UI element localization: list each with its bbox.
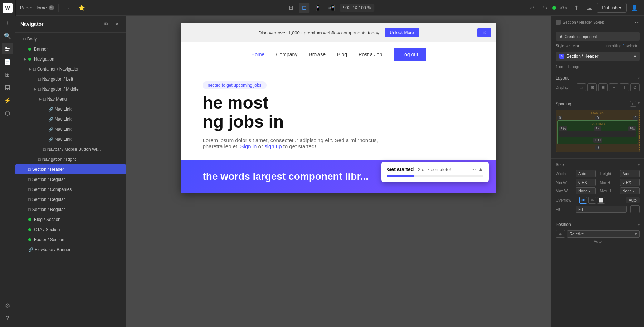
overflow-hidden-icon[interactable]: ✏	[588, 197, 596, 204]
fit-more-icon[interactable]: ⋯	[630, 205, 640, 213]
redo-btn[interactable]: ↪	[540, 3, 550, 13]
expand-arrow-navbar-mobile[interactable]	[38, 147, 43, 152]
tree-item-blog-section[interactable]: Blog / Section	[15, 215, 126, 225]
export-btn[interactable]: ⬆	[571, 3, 582, 13]
nav-logout-btn[interactable]: Log out	[394, 48, 426, 61]
display-inline-icon[interactable]: ╌	[609, 83, 618, 91]
tablet-view-btn[interactable]: 📱	[312, 3, 323, 13]
nav-link-home[interactable]: Home	[251, 52, 264, 57]
expand-arrow-nav-menu[interactable]: ▶	[38, 97, 43, 101]
expand-arrow-blog-section[interactable]	[23, 217, 28, 222]
display-none-icon[interactable]: ∅	[630, 83, 640, 91]
toast-close-btn[interactable]: ▲	[478, 167, 483, 172]
toolbar-settings-icon[interactable]: ⚙	[2, 300, 13, 311]
sign-up-link[interactable]: sign up	[264, 143, 282, 149]
tree-item-navigation[interactable]: ▶Navigation	[15, 54, 126, 64]
expand-arrow-nav-link-4[interactable]	[43, 137, 48, 141]
expand-arrow-cta-section[interactable]	[23, 227, 28, 232]
max-w-dropdown[interactable]: None -	[576, 187, 596, 194]
fit-dropdown[interactable]: Fill -	[576, 206, 627, 213]
padding-right-val[interactable]: 5%	[628, 126, 636, 131]
expand-arrow-navigation-right[interactable]	[33, 157, 38, 162]
page-dot[interactable]: ✎	[49, 5, 54, 10]
tree-item-section-regular-3[interactable]: □Section / Regular	[15, 205, 126, 215]
nav-link-company[interactable]: Company	[276, 52, 297, 57]
tree-item-nav-link-1[interactable]: 🔗Nav Link	[15, 104, 126, 114]
tree-item-container-navigation[interactable]: ▶□Container / Navigation	[15, 64, 126, 74]
margin-top-val[interactable]: 0	[595, 116, 600, 120]
tree-item-section-companies[interactable]: □Section / Companies	[15, 184, 126, 194]
spacing-icon-1[interactable]: ⊡	[630, 101, 636, 107]
navigator-duplicate-icon[interactable]: ⧉	[102, 20, 110, 28]
margin-bottom-val[interactable]: 0	[595, 145, 600, 150]
layout-section-title[interactable]: Layout ▾	[556, 76, 640, 81]
toolbar-pages-icon[interactable]: 📄	[2, 56, 13, 67]
expand-arrow-navigation-left[interactable]	[33, 77, 38, 81]
position-dropdown[interactable]: Relative ▾	[567, 230, 640, 238]
nav-link-browse[interactable]: Browse	[309, 52, 326, 57]
sign-in-link[interactable]: Sign in	[240, 143, 257, 149]
undo-btn[interactable]: ↩	[527, 3, 537, 13]
starred-icon[interactable]: ⭐	[77, 3, 87, 13]
panel-kebab-btn[interactable]: ⋯	[635, 19, 640, 25]
spacing-section-title[interactable]: Spacing ⊡ ▾	[556, 101, 640, 107]
expand-arrow-nav-link-1[interactable]	[43, 107, 48, 111]
promo-close-btn[interactable]: ✕	[477, 28, 491, 37]
expand-arrow-nav-link-2[interactable]	[43, 117, 48, 121]
tree-item-navbar-mobile[interactable]: □Navbar / Mobile Button Wr...	[15, 144, 126, 154]
expand-arrow-section-companies[interactable]	[23, 187, 28, 192]
position-icon[interactable]: ⊕	[556, 230, 565, 238]
publish-button[interactable]: Publish ▾	[597, 3, 627, 13]
min-h-dropdown[interactable]: 0 PX	[620, 179, 640, 186]
toolbar-help-icon[interactable]: ?	[2, 313, 13, 324]
display-grid-icon[interactable]: ⊟	[598, 83, 608, 91]
unlock-more-btn[interactable]: Unlock More	[385, 28, 419, 37]
expand-arrow-container-navigation[interactable]: ▶	[28, 67, 33, 71]
expand-arrow-body[interactable]	[18, 37, 23, 41]
toast-more-btn[interactable]: ⋯	[471, 167, 476, 172]
canvas-area[interactable]: Discover over 1,000+ premium webflow com…	[126, 16, 551, 327]
padding-bottom-val[interactable]: 100	[593, 138, 602, 143]
min-w-dropdown[interactable]: 0 PX	[576, 179, 596, 186]
tree-item-navigation-right[interactable]: □Navigation / Right	[15, 154, 126, 164]
tree-item-nav-link-3[interactable]: 🔗Nav Link	[15, 124, 126, 134]
tree-item-cta-section[interactable]: CTA / Section	[15, 225, 126, 235]
user-icon[interactable]: 👤	[629, 3, 640, 13]
size-section-title[interactable]: Size ▾	[556, 162, 640, 167]
tree-item-navigation-middle[interactable]: ▶□Navigation / Middle	[15, 84, 126, 94]
create-component-btn[interactable]: ⊕ Create component	[556, 32, 640, 41]
selector-dropdown[interactable]: S Section / Header ▾	[556, 52, 640, 61]
toolbar-assets-icon[interactable]: 🖼	[2, 82, 13, 93]
navigator-close-icon[interactable]: ✕	[113, 20, 121, 28]
width-dropdown[interactable]: Auto -	[576, 170, 596, 177]
margin-left-val[interactable]: 0	[557, 116, 562, 120]
toolbar-search-icon[interactable]: 🔍	[2, 30, 13, 42]
expand-arrow-section-header[interactable]	[23, 167, 28, 172]
panel-checkbox[interactable]: □	[556, 20, 561, 25]
tree-item-banner[interactable]: Banner	[15, 44, 126, 54]
canvas-view-btn[interactable]: ⊡	[299, 3, 309, 13]
tree-item-section-regular-1[interactable]: □Section / Regular	[15, 174, 126, 184]
backup-btn[interactable]: ☁	[584, 3, 595, 13]
display-flex-icon[interactable]: ⊞	[587, 83, 597, 91]
padding-left-val[interactable]: 5%	[559, 126, 567, 131]
toolbar-cms-icon[interactable]: ⊞	[2, 69, 13, 80]
nav-link-post-job[interactable]: Post a Job	[358, 52, 382, 57]
display-text-icon[interactable]: T	[620, 83, 629, 91]
expand-arrow-navigation[interactable]: ▶	[23, 57, 28, 61]
tree-item-footer-section[interactable]: Footer / Section	[15, 235, 126, 245]
max-h-dropdown[interactable]: None -	[620, 187, 640, 194]
expand-arrow-banner[interactable]	[23, 47, 28, 51]
code-view-btn[interactable]: </>	[558, 3, 569, 13]
padding-top-val[interactable]: 64	[594, 126, 601, 131]
overflow-scroll-icon[interactable]: ⬜	[597, 197, 605, 204]
expand-arrow-section-regular-1[interactable]	[23, 177, 28, 182]
tree-item-section-header[interactable]: □Section / Header	[15, 164, 126, 174]
position-section-title[interactable]: Position ▾	[556, 222, 640, 227]
tree-item-nav-link-4[interactable]: 🔗Nav Link	[15, 134, 126, 144]
inheriting-count[interactable]: 1	[623, 44, 625, 48]
overflow-visible-icon[interactable]: 👁	[579, 197, 587, 204]
tree-item-nav-menu[interactable]: ▶□Nav Menu	[15, 94, 126, 104]
display-block-icon[interactable]: ▭	[577, 83, 586, 91]
overflow-auto-value[interactable]: Auto	[626, 197, 640, 203]
